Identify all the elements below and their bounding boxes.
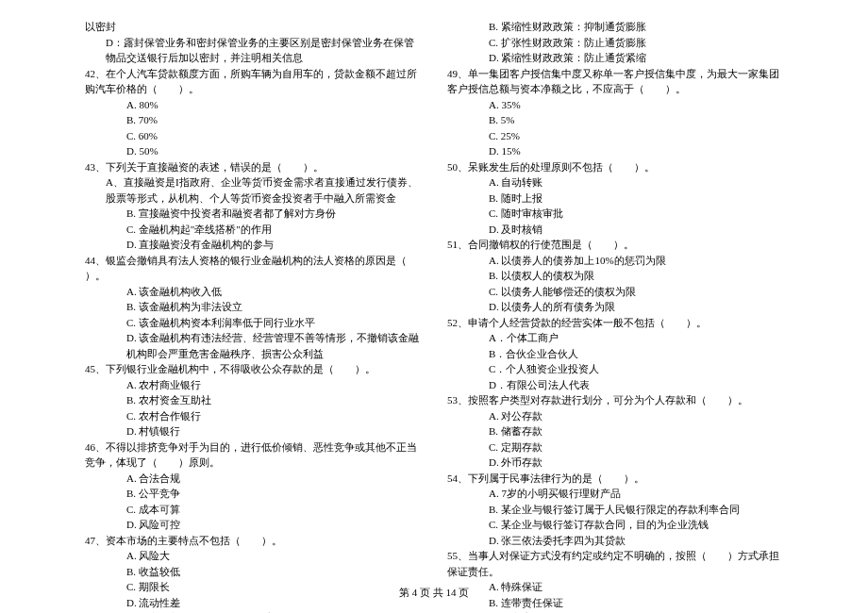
- right-line-19: A．个体工商户: [447, 330, 783, 346]
- left-line-3: A. 80%: [85, 97, 421, 113]
- left-line-11: D. 直接融资没有金融机构的参与: [85, 237, 421, 253]
- right-line-33: 55、当事人对保证方式没有约定或约定不明确的，按照（ ）方式承担保证责任。: [447, 548, 783, 579]
- right-line-27: D. 外币存款: [447, 455, 783, 471]
- left-line-28: A. 风险大: [85, 548, 421, 564]
- right-line-1: C. 扩张性财政政策：防止通货膨胀: [447, 35, 783, 51]
- right-line-22: D．有限公司法人代表: [447, 377, 783, 393]
- left-line-22: 46、不得以排挤竞争对手为目的，进行低价倾销、恶性竞争或其他不正当竞争，体现了（…: [85, 439, 421, 471]
- left-line-23: A. 合法合规: [85, 471, 421, 487]
- page-footer: 第 4 页 共 14 页: [0, 585, 868, 601]
- right-line-20: B．合伙企业合伙人: [447, 346, 783, 362]
- left-line-9: B. 宣接融资中投资者和融资者都了解对方身份: [85, 206, 421, 222]
- left-column: 以密封D：露封保管业务和密封保管业务的主要区别是密封保管业务在保管物品交送银行后…: [85, 19, 421, 613]
- left-line-6: D. 50%: [85, 143, 421, 159]
- right-line-3: 49、单一集团客户授信集中度又称单一客户授信集中度，为最大一家集团客户授信总额与…: [447, 66, 783, 97]
- left-line-24: B. 公平竞争: [85, 486, 421, 502]
- right-line-15: B. 以债权人的债权为限: [447, 268, 783, 284]
- left-line-12: 44、银监会撤销具有法人资格的银行业金融机构的法人资格的原因是（ ）。: [85, 253, 421, 284]
- left-line-5: C. 60%: [85, 128, 421, 144]
- left-line-29: B. 收益较低: [85, 564, 421, 580]
- left-line-27: 47、资本市场的主要特点不包括（ ）。: [85, 533, 421, 549]
- right-line-29: A. 7岁的小明买银行理财产品: [447, 486, 783, 502]
- left-line-25: C. 成本可算: [85, 502, 421, 518]
- right-line-28: 54、下列属于民事法律行为的是（ ）。: [447, 471, 783, 487]
- right-line-5: B. 5%: [447, 112, 783, 128]
- left-line-18: A. 农村商业银行: [85, 377, 421, 393]
- right-line-21: C．个人独资企业投资人: [447, 361, 783, 377]
- right-line-6: C. 25%: [447, 128, 783, 144]
- left-line-4: B. 70%: [85, 112, 421, 128]
- right-line-10: B. 随时上报: [447, 191, 783, 207]
- right-line-24: A. 对公存款: [447, 408, 783, 424]
- right-line-17: D. 以债务人的所有债务为限: [447, 299, 783, 315]
- left-line-7: 43、下列关于直接融资的表述，错误的是（ ）。: [85, 159, 421, 175]
- right-line-23: 53、按照客户类型对存款进行划分，可分为个人存款和（ ）。: [447, 392, 783, 408]
- left-line-15: C. 该金融机构资本利润率低于同行业水平: [85, 315, 421, 331]
- right-line-18: 52、申请个人经营贷款的经营实体一般不包括（ ）。: [447, 315, 783, 331]
- right-line-7: D. 15%: [447, 143, 783, 159]
- right-column: B. 紧缩性财政政策：抑制通货膨胀C. 扩张性财政政策：防止通货膨胀D. 紧缩性…: [447, 19, 783, 613]
- right-line-11: C. 随时审核审批: [447, 206, 783, 222]
- right-line-26: C. 定期存款: [447, 439, 783, 456]
- left-line-0: 以密封: [85, 19, 421, 35]
- right-line-31: C. 某企业与银行签订存款合同，目的为企业洗钱: [447, 517, 783, 533]
- left-line-26: D. 风险可控: [85, 517, 421, 533]
- right-line-2: D. 紧缩性财政政策：防止通货紧缩: [447, 50, 783, 66]
- left-line-13: A. 该金融机构收入低: [85, 284, 421, 300]
- right-line-9: A. 自动转账: [447, 174, 783, 191]
- left-line-16: D. 该金融机构有违法经营、经营管理不善等情形，不撤销该金融机构即会严重危害金融…: [85, 330, 421, 361]
- right-line-14: A. 以债券人的债券加上10%的惩罚为限: [447, 253, 783, 269]
- right-line-25: B. 储蓄存款: [447, 423, 783, 439]
- right-line-0: B. 紧缩性财政政策：抑制通货膨胀: [447, 19, 783, 35]
- right-line-8: 50、呆账发生后的处理原则不包括（ ）。: [447, 159, 783, 175]
- left-line-10: C. 金融机构起"牵线搭桥"的作用: [85, 222, 421, 238]
- left-line-2: 42、在个人汽车贷款额度方面，所购车辆为自用车的，贷款金额不超过所购汽车价格的（…: [85, 66, 421, 97]
- two-column-layout: 以密封D：露封保管业务和密封保管业务的主要区别是密封保管业务在保管物品交送银行后…: [85, 19, 783, 613]
- right-line-13: 51、合同撤销权的行使范围是（ ）。: [447, 237, 783, 253]
- right-line-32: D. 张三依法委托李四为其贷款: [447, 533, 783, 549]
- left-line-17: 45、下列银行业金融机构中，不得吸收公众存款的是（ ）。: [85, 361, 421, 377]
- right-line-16: C. 以债务人能够偿还的债权为限: [447, 284, 783, 300]
- left-line-14: B. 该金融机构为非法设立: [85, 299, 421, 315]
- right-line-12: D. 及时核销: [447, 222, 783, 238]
- right-line-4: A. 35%: [447, 97, 783, 113]
- left-line-21: D. 村镇银行: [85, 423, 421, 439]
- left-line-20: C. 农村合作银行: [85, 408, 421, 424]
- left-line-1: D：露封保管业务和密封保管业务的主要区别是密封保管业务在保管物品交送银行后加以密…: [85, 35, 421, 66]
- left-line-8: A、直接融资是I指政府、企业等货币资金需求者直接通过发行债券、股票等形式，从机构…: [85, 174, 421, 206]
- left-line-19: B. 农村资金互助社: [85, 392, 421, 408]
- right-line-30: B. 某企业与银行签订属于人民银行限定的存款利率合同: [447, 502, 783, 518]
